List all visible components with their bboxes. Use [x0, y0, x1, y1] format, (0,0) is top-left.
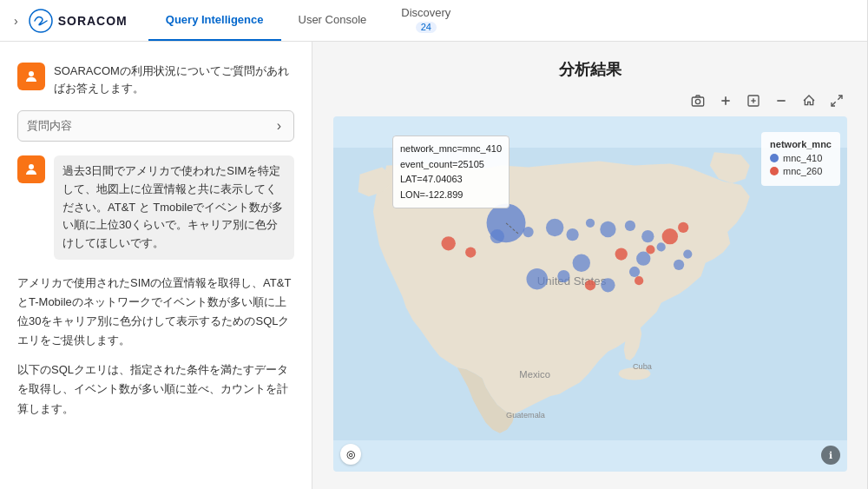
svg-point-31 [573, 254, 590, 272]
right-panel: 分析結果 [312, 42, 868, 489]
svg-line-12 [832, 102, 836, 106]
svg-text:Guatemala: Guatemala [506, 411, 546, 420]
svg-point-25 [600, 221, 615, 237]
user-message-text: 過去3日間でアメリカで使われたSIMを特定して、地図上に位置情報と共に表示してく… [54, 155, 294, 260]
minus-icon[interactable] [771, 90, 792, 111]
svg-point-41 [646, 245, 654, 254]
svg-point-26 [625, 221, 635, 231]
ai-response-2: 以下のSQLクエリは、指定された条件を満たすデータを取得し、イベント数が多い順に… [17, 360, 294, 418]
svg-point-40 [678, 222, 688, 233]
svg-point-20 [490, 229, 504, 243]
svg-text:United States: United States [537, 274, 607, 287]
tab-user-console[interactable]: User Console [281, 0, 385, 41]
fullscreen-icon[interactable] [826, 90, 847, 111]
svg-point-29 [636, 252, 650, 266]
svg-point-4 [695, 99, 700, 103]
section-title: 分析結果 [333, 59, 847, 80]
user-message-icon [17, 155, 45, 183]
svg-point-24 [586, 219, 595, 228]
chart-container: United States Mexico Cuba Guatemala [333, 116, 847, 472]
nav-tabs: Query Intelligence User Console Discover… [148, 0, 469, 41]
welcome-box: SOARACOMの利用状況についてご質問があればお答えします。 [17, 63, 294, 96]
map-info-button[interactable]: ℹ [821, 446, 840, 465]
svg-point-22 [546, 219, 563, 236]
nav-back-chevron[interactable]: › [10, 10, 22, 31]
svg-point-27 [641, 230, 654, 242]
svg-text:Cuba: Cuba [633, 362, 653, 371]
svg-point-2 [29, 164, 34, 169]
legend-item-mnc260: mnc_260 [770, 166, 832, 176]
svg-point-39 [662, 228, 678, 244]
legend-item-mnc410: mnc_410 [770, 153, 832, 163]
map-controls: ◎ [340, 444, 361, 465]
tab-discovery[interactable]: Discovery 24 [384, 0, 468, 41]
svg-point-1 [29, 71, 34, 76]
svg-point-32 [557, 270, 569, 282]
soracom-logo-icon [29, 9, 53, 33]
logo-area: SORACOM [29, 9, 128, 33]
svg-point-44 [635, 276, 643, 285]
question-send-button[interactable]: › [273, 118, 285, 134]
svg-rect-3 [692, 97, 703, 106]
svg-point-30 [629, 267, 640, 277]
svg-point-37 [442, 236, 456, 250]
svg-point-34 [601, 278, 615, 292]
assistant-icon [17, 63, 45, 90]
svg-point-0 [30, 10, 52, 32]
discovery-badge: 24 [416, 22, 437, 33]
map-legend: network_mnc mnc_410 mnc_260 [761, 132, 840, 186]
legend-dot-mnc410 [770, 154, 779, 162]
svg-point-21 [523, 227, 533, 237]
question-input-label[interactable]: 質問内容 [27, 118, 273, 134]
svg-point-38 [465, 247, 476, 257]
ai-response-1: アメリカで使用されたSIMの位置情報を取得し、AT&TとT-Mobileのネット… [17, 274, 294, 350]
svg-point-33 [527, 268, 548, 289]
tab-query-intelligence[interactable]: Query Intelligence [148, 0, 281, 41]
svg-point-35 [674, 260, 684, 270]
chart-toolbar [333, 90, 847, 111]
legend-label-mnc410: mnc_410 [783, 153, 822, 163]
legend-dot-mnc260 [770, 167, 779, 175]
svg-point-43 [585, 280, 595, 290]
svg-text:Mexico: Mexico [519, 369, 550, 380]
welcome-text: SOARACOMの利用状況についてご質問があればお答えします。 [54, 63, 294, 96]
svg-line-11 [838, 96, 842, 100]
svg-point-23 [566, 228, 578, 241]
main-content: SOARACOMの利用状況についてご質問があればお答えします。 質問内容 › 過… [0, 42, 868, 489]
plus-icon[interactable] [715, 90, 736, 111]
expand-plus-icon[interactable] [743, 90, 764, 111]
camera-icon[interactable] [687, 90, 708, 111]
left-panel: SOARACOMの利用状況についてご質問があればお答えします。 質問内容 › 過… [0, 42, 312, 489]
svg-point-36 [683, 249, 692, 258]
svg-point-28 [657, 242, 666, 251]
map-location-button[interactable]: ◎ [340, 444, 361, 465]
svg-point-42 [615, 248, 628, 260]
home-icon[interactable] [799, 90, 819, 111]
logo-text: SORACOM [58, 14, 128, 28]
header: › SORACOM Query Intelligence User Consol… [0, 0, 868, 42]
legend-label-mnc260: mnc_260 [783, 166, 822, 176]
question-input-area[interactable]: 質問内容 › [17, 110, 294, 142]
legend-title: network_mnc [770, 139, 832, 149]
user-message: 過去3日間でアメリカで使われたSIMを特定して、地図上に位置情報と共に表示してく… [17, 155, 294, 260]
